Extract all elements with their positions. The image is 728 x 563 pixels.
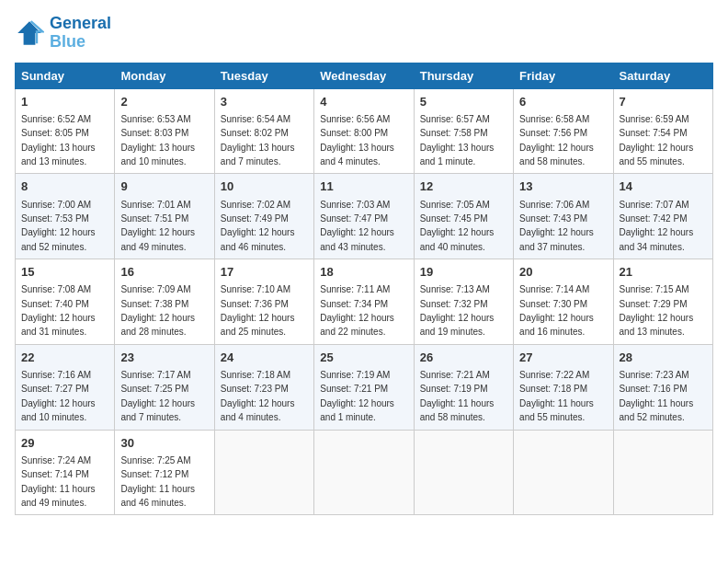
calendar-cell: 28Sunrise: 7:23 AM Sunset: 7:16 PM Dayli… (613, 344, 712, 430)
calendar-cell: 5Sunrise: 6:57 AM Sunset: 7:58 PM Daylig… (414, 88, 513, 174)
calendar-cell: 6Sunrise: 6:58 AM Sunset: 7:56 PM Daylig… (514, 88, 613, 174)
calendar-cell: 19Sunrise: 7:13 AM Sunset: 7:32 PM Dayli… (414, 259, 513, 345)
calendar-cell: 25Sunrise: 7:19 AM Sunset: 7:21 PM Dayli… (314, 344, 414, 430)
calendar-cell: 17Sunrise: 7:10 AM Sunset: 7:36 PM Dayli… (214, 259, 313, 345)
column-headers: SundayMondayTuesdayWednesdayThursdayFrid… (16, 63, 713, 88)
day-number: 2 (120, 94, 208, 110)
day-info: Sunrise: 7:24 AM Sunset: 7:14 PM Dayligh… (21, 455, 96, 508)
day-number: 30 (120, 435, 208, 452)
day-info: Sunrise: 7:02 AM Sunset: 7:49 PM Dayligh… (221, 200, 295, 252)
day-number: 6 (519, 94, 607, 110)
day-info: Sunrise: 7:21 AM Sunset: 7:19 PM Dayligh… (420, 370, 495, 422)
col-header-sunday: Sunday (16, 63, 115, 88)
day-number: 26 (420, 350, 507, 366)
calendar-cell: 16Sunrise: 7:09 AM Sunset: 7:38 PM Dayli… (115, 259, 214, 345)
calendar-cell: 21Sunrise: 7:15 AM Sunset: 7:29 PM Dayli… (613, 259, 712, 345)
calendar-cell: 20Sunrise: 7:14 AM Sunset: 7:30 PM Dayli… (514, 259, 613, 345)
day-info: Sunrise: 7:23 AM Sunset: 7:16 PM Dayligh… (620, 370, 694, 422)
day-info: Sunrise: 7:11 AM Sunset: 7:34 PM Dayligh… (320, 284, 394, 337)
calendar-cell: 3Sunrise: 6:54 AM Sunset: 8:02 PM Daylig… (214, 88, 313, 174)
day-info: Sunrise: 6:57 AM Sunset: 7:58 PM Dayligh… (420, 114, 495, 167)
day-number: 22 (21, 350, 108, 366)
day-number: 23 (120, 350, 208, 366)
day-info: Sunrise: 7:08 AM Sunset: 7:40 PM Dayligh… (21, 284, 96, 337)
day-info: Sunrise: 7:22 AM Sunset: 7:18 PM Dayligh… (519, 370, 594, 422)
day-number: 19 (420, 264, 507, 281)
day-number: 17 (221, 264, 308, 281)
day-info: Sunrise: 7:18 AM Sunset: 7:23 PM Dayligh… (221, 370, 295, 422)
day-info: Sunrise: 7:17 AM Sunset: 7:25 PM Dayligh… (120, 370, 195, 422)
col-header-wednesday: Wednesday (314, 63, 414, 88)
week-row-2: 8Sunrise: 7:00 AM Sunset: 7:53 PM Daylig… (16, 174, 713, 259)
calendar-cell: 1Sunrise: 6:52 AM Sunset: 8:05 PM Daylig… (16, 88, 115, 174)
day-info: Sunrise: 6:59 AM Sunset: 7:54 PM Dayligh… (620, 114, 694, 167)
col-header-thursday: Thursday (414, 63, 513, 88)
logo: General Blue (15, 15, 111, 52)
calendar-cell: 26Sunrise: 7:21 AM Sunset: 7:19 PM Dayli… (414, 344, 513, 430)
day-number: 12 (420, 178, 507, 195)
day-info: Sunrise: 7:15 AM Sunset: 7:29 PM Dayligh… (620, 284, 694, 337)
day-number: 11 (320, 178, 407, 195)
day-info: Sunrise: 6:53 AM Sunset: 8:03 PM Dayligh… (120, 114, 195, 167)
calendar-cell: 4Sunrise: 6:56 AM Sunset: 8:00 PM Daylig… (314, 88, 414, 174)
day-info: Sunrise: 6:54 AM Sunset: 8:02 PM Dayligh… (221, 114, 295, 167)
day-number: 15 (21, 264, 108, 281)
calendar-cell (514, 430, 613, 515)
day-number: 4 (320, 94, 407, 110)
day-info: Sunrise: 7:10 AM Sunset: 7:36 PM Dayligh… (221, 284, 295, 337)
day-number: 1 (21, 94, 108, 110)
day-number: 3 (221, 94, 308, 110)
calendar-cell: 27Sunrise: 7:22 AM Sunset: 7:18 PM Dayli… (514, 344, 613, 430)
day-info: Sunrise: 6:56 AM Sunset: 8:00 PM Dayligh… (320, 114, 394, 167)
day-info: Sunrise: 7:13 AM Sunset: 7:32 PM Dayligh… (420, 284, 495, 337)
day-info: Sunrise: 7:07 AM Sunset: 7:42 PM Dayligh… (620, 200, 694, 252)
day-number: 13 (519, 178, 607, 195)
calendar-cell: 30Sunrise: 7:25 AM Sunset: 7:12 PM Dayli… (115, 430, 214, 515)
calendar-cell: 29Sunrise: 7:24 AM Sunset: 7:14 PM Dayli… (16, 430, 115, 515)
calendar-cell: 8Sunrise: 7:00 AM Sunset: 7:53 PM Daylig… (16, 174, 115, 259)
calendar-cell (414, 430, 513, 515)
day-info: Sunrise: 7:19 AM Sunset: 7:21 PM Dayligh… (320, 370, 394, 422)
col-header-friday: Friday (514, 63, 613, 88)
day-number: 18 (320, 264, 407, 281)
day-number: 8 (21, 178, 108, 195)
day-info: Sunrise: 7:00 AM Sunset: 7:53 PM Dayligh… (21, 200, 96, 252)
calendar-cell: 11Sunrise: 7:03 AM Sunset: 7:47 PM Dayli… (314, 174, 414, 259)
calendar-cell: 12Sunrise: 7:05 AM Sunset: 7:45 PM Dayli… (414, 174, 513, 259)
calendar-cell: 9Sunrise: 7:01 AM Sunset: 7:51 PM Daylig… (115, 174, 214, 259)
day-info: Sunrise: 6:58 AM Sunset: 7:56 PM Dayligh… (519, 114, 594, 167)
day-number: 20 (519, 264, 607, 281)
day-info: Sunrise: 7:14 AM Sunset: 7:30 PM Dayligh… (519, 284, 594, 337)
col-header-saturday: Saturday (613, 63, 712, 88)
day-number: 9 (120, 178, 208, 195)
day-number: 5 (420, 94, 507, 110)
calendar-cell: 15Sunrise: 7:08 AM Sunset: 7:40 PM Dayli… (16, 259, 115, 345)
day-number: 29 (21, 435, 108, 452)
day-number: 27 (519, 350, 607, 366)
day-info: Sunrise: 7:16 AM Sunset: 7:27 PM Dayligh… (21, 370, 96, 422)
day-info: Sunrise: 6:52 AM Sunset: 8:05 PM Dayligh… (21, 114, 96, 167)
day-number: 28 (620, 350, 707, 366)
day-number: 25 (320, 350, 407, 366)
calendar-cell (613, 430, 712, 515)
calendar-cell (314, 430, 414, 515)
calendar-cell: 10Sunrise: 7:02 AM Sunset: 7:49 PM Dayli… (214, 174, 313, 259)
calendar-cell: 24Sunrise: 7:18 AM Sunset: 7:23 PM Dayli… (214, 344, 313, 430)
day-info: Sunrise: 7:06 AM Sunset: 7:43 PM Dayligh… (519, 200, 594, 252)
calendar-cell (214, 430, 313, 515)
calendar-cell: 22Sunrise: 7:16 AM Sunset: 7:27 PM Dayli… (16, 344, 115, 430)
day-info: Sunrise: 7:09 AM Sunset: 7:38 PM Dayligh… (120, 284, 195, 337)
week-row-5: 29Sunrise: 7:24 AM Sunset: 7:14 PM Dayli… (16, 430, 713, 515)
day-info: Sunrise: 7:25 AM Sunset: 7:12 PM Dayligh… (120, 455, 195, 508)
week-row-3: 15Sunrise: 7:08 AM Sunset: 7:40 PM Dayli… (16, 259, 713, 345)
day-number: 21 (620, 264, 707, 281)
col-header-tuesday: Tuesday (214, 63, 313, 88)
day-number: 24 (221, 350, 308, 366)
week-row-1: 1Sunrise: 6:52 AM Sunset: 8:05 PM Daylig… (16, 88, 713, 174)
day-number: 16 (120, 264, 208, 281)
day-number: 10 (221, 178, 308, 195)
col-header-monday: Monday (115, 63, 214, 88)
day-info: Sunrise: 7:01 AM Sunset: 7:51 PM Dayligh… (120, 200, 195, 252)
day-number: 14 (620, 178, 707, 195)
calendar-cell: 14Sunrise: 7:07 AM Sunset: 7:42 PM Dayli… (613, 174, 712, 259)
